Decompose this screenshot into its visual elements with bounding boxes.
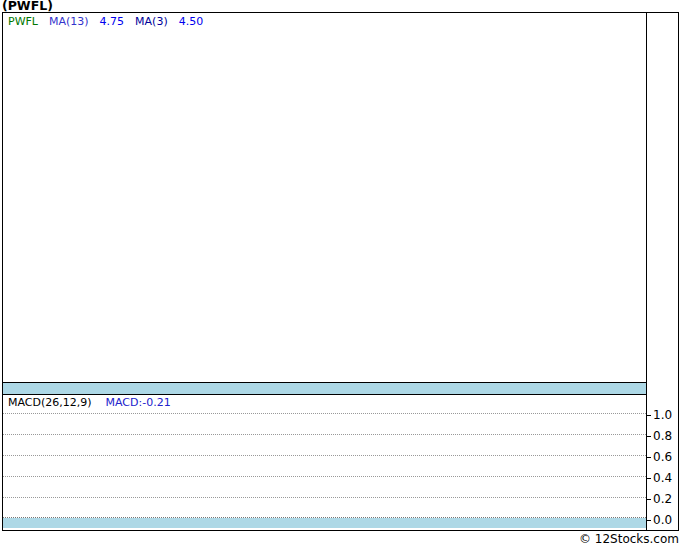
ma3-label: MA(3) — [135, 15, 168, 28]
stock-chart-page: (PWFL) PWFLMA(13)4.75MA(3)4.50 MACD(26,1… — [0, 0, 680, 546]
separator-band-bottom — [3, 518, 646, 528]
macd-y-axis: 1.0 0.8 0.6 0.4 0.2 0.0 — [647, 13, 678, 530]
price-panel-legend: PWFLMA(13)4.75MA(3)4.50 — [8, 16, 214, 28]
gridline-0_2 — [3, 497, 646, 498]
macd-value-label: MACD:-0.21 — [106, 396, 171, 409]
page-title: (PWFL) — [2, 0, 53, 12]
separator-band-top — [3, 383, 646, 395]
axis-tick-label: 0.0 — [653, 514, 672, 527]
axis-tick-label: 1.0 — [653, 409, 672, 422]
macd-panel: MACD(26,12,9)MACD:-0.21 — [3, 395, 646, 518]
copyright-text: © 12Stocks.com — [579, 532, 679, 546]
axis-tick-label: 0.2 — [653, 493, 672, 506]
gridline-1_0 — [3, 413, 646, 414]
chart-container: PWFLMA(13)4.75MA(3)4.50 MACD(26,12,9)MAC… — [2, 12, 679, 531]
ma3-value: 4.50 — [179, 15, 204, 28]
ticker-symbol-label: PWFL — [8, 15, 38, 28]
ma13-value: 4.75 — [100, 15, 125, 28]
macd-params-label: MACD(26,12,9) — [8, 396, 92, 409]
gridline-0_8 — [3, 434, 646, 435]
gridline-0_4 — [3, 476, 646, 477]
footer: © 12Stocks.com — [0, 532, 679, 546]
gridline-0_6 — [3, 455, 646, 456]
ma13-label: MA(13) — [49, 15, 89, 28]
gridline-0_0 — [3, 517, 646, 518]
axis-tick-label: 0.8 — [653, 430, 672, 443]
axis-tick-label: 0.4 — [653, 472, 672, 485]
macd-panel-legend: MACD(26,12,9)MACD:-0.21 — [8, 397, 171, 409]
axis-tick-label: 0.6 — [653, 451, 672, 464]
chart-plot-column: PWFLMA(13)4.75MA(3)4.50 MACD(26,12,9)MAC… — [3, 13, 647, 530]
price-panel: PWFLMA(13)4.75MA(3)4.50 — [3, 13, 646, 383]
